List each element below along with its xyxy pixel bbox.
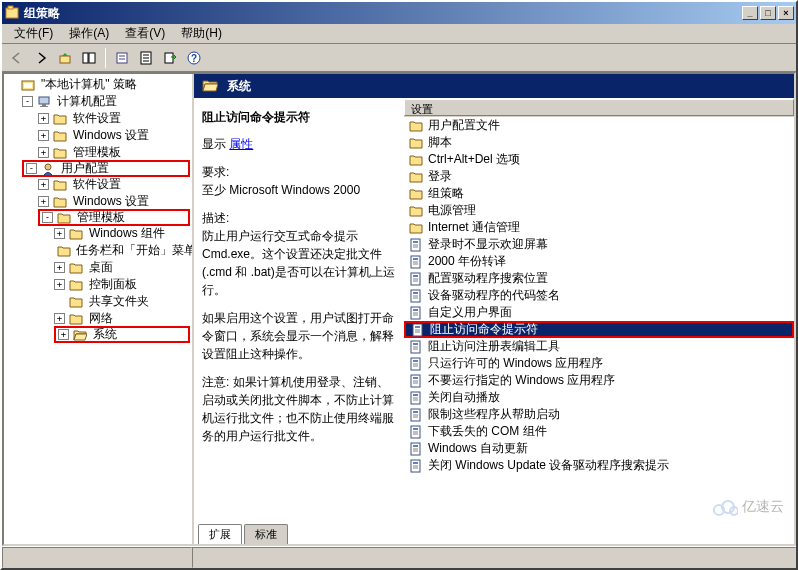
- list-item[interactable]: 关闭 Windows Update 设备驱动程序搜索提示: [404, 457, 794, 474]
- list-item[interactable]: 组策略: [404, 185, 794, 202]
- details-title: 系统: [227, 78, 251, 95]
- tab-standard[interactable]: 标准: [244, 524, 288, 544]
- tree-item[interactable]: +Windows 组件: [54, 225, 190, 242]
- tree-item[interactable]: 任务栏和「开始」菜单: [54, 242, 190, 259]
- help-button[interactable]: ?: [183, 47, 205, 69]
- tree-system[interactable]: +系统: [54, 326, 190, 343]
- tree-item[interactable]: +Windows 设置: [38, 193, 190, 210]
- list-item[interactable]: 登录: [404, 168, 794, 185]
- description-pane: 阻止访问命令提示符 显示 属性 要求: 至少 Microsoft Windows…: [194, 99, 404, 522]
- list-item[interactable]: 不要运行指定的 Windows 应用程序: [404, 372, 794, 389]
- expand-icon[interactable]: +: [54, 313, 65, 324]
- requirement-value: 至少 Microsoft Windows 2000: [202, 181, 396, 199]
- properties-button[interactable]: [111, 47, 133, 69]
- up-level-button[interactable]: [54, 47, 76, 69]
- setting-icon: [408, 357, 424, 371]
- list-item[interactable]: 阻止访问注册表编辑工具: [404, 338, 794, 355]
- tree-user-config[interactable]: - 用户配置: [22, 160, 190, 177]
- collapse-icon[interactable]: -: [22, 96, 33, 107]
- tree-item[interactable]: +管理模板: [38, 144, 190, 161]
- expand-icon[interactable]: +: [38, 196, 49, 207]
- column-settings[interactable]: 设置: [404, 99, 794, 116]
- maximize-button[interactable]: □: [760, 6, 776, 20]
- menu-help[interactable]: 帮助(H): [173, 23, 230, 44]
- menu-view[interactable]: 查看(V): [117, 23, 173, 44]
- tree-item[interactable]: +软件设置: [38, 176, 190, 193]
- forward-button[interactable]: [30, 47, 52, 69]
- collapse-icon[interactable]: -: [42, 212, 53, 223]
- list-item[interactable]: 电源管理: [404, 202, 794, 219]
- display-label: 显示: [202, 137, 226, 151]
- list-item[interactable]: 关闭自动播放: [404, 389, 794, 406]
- details-header: 系统: [194, 74, 794, 98]
- export-list-button[interactable]: [159, 47, 181, 69]
- folder-icon: [52, 112, 68, 126]
- list-item[interactable]: 配置驱动程序搜索位置: [404, 270, 794, 287]
- tab-extended[interactable]: 扩展: [198, 524, 242, 544]
- back-button[interactable]: [6, 47, 28, 69]
- list-item[interactable]: 只运行许可的 Windows 应用程序: [404, 355, 794, 372]
- list-item[interactable]: 用户配置文件: [404, 117, 794, 134]
- list-item[interactable]: 脚本: [404, 134, 794, 151]
- list-item[interactable]: Internet 通信管理: [404, 219, 794, 236]
- expand-icon[interactable]: +: [38, 113, 49, 124]
- note-body: 注意: 如果计算机使用登录、注销、启动或关闭批文件脚本，不防止计算机运行批文件；…: [202, 373, 396, 445]
- menu-action[interactable]: 操作(A): [61, 23, 117, 44]
- expand-icon[interactable]: +: [54, 228, 65, 239]
- console-tree[interactable]: "本地计算机" 策略 - 计算机配置 +软件设置: [4, 74, 194, 544]
- tree-item[interactable]: +网络: [54, 310, 190, 327]
- details-pane: 系统 阻止访问命令提示符 显示 属性 要求: 至少 Microsoft Wind…: [194, 74, 794, 544]
- setting-icon: [408, 442, 424, 456]
- list-body[interactable]: 用户配置文件脚本Ctrl+Alt+Del 选项登录组策略电源管理Internet…: [404, 117, 794, 522]
- tree-admin-templates[interactable]: -管理模板: [38, 209, 190, 226]
- properties-link[interactable]: 属性: [229, 137, 253, 151]
- collapse-icon[interactable]: -: [26, 163, 37, 174]
- status-right: [192, 547, 796, 568]
- tree-item[interactable]: +控制面板: [54, 276, 190, 293]
- show-hide-tree-button[interactable]: [78, 47, 100, 69]
- expand-icon[interactable]: +: [54, 279, 65, 290]
- statusbar: [2, 546, 796, 568]
- tree-item[interactable]: +Windows 设置: [38, 127, 190, 144]
- setting-icon: [408, 272, 424, 286]
- menubar: 文件(F) 操作(A) 查看(V) 帮助(H): [2, 24, 796, 44]
- svg-rect-58: [413, 394, 418, 396]
- list-item[interactable]: 设备驱动程序的代码签名: [404, 287, 794, 304]
- svg-rect-54: [413, 377, 418, 379]
- list-header[interactable]: 设置: [404, 99, 794, 117]
- expand-icon[interactable]: +: [54, 262, 65, 273]
- toolbar: ?: [2, 44, 796, 72]
- tree-root[interactable]: "本地计算机" 策略: [6, 76, 190, 93]
- folder-icon: [52, 195, 68, 209]
- titlebar[interactable]: 组策略 _ □ ×: [2, 2, 796, 24]
- list-item[interactable]: 自定义用户界面: [404, 304, 794, 321]
- list-item[interactable]: 2000 年份转译: [404, 253, 794, 270]
- setting-icon: [408, 425, 424, 439]
- close-button[interactable]: ×: [778, 6, 794, 20]
- tree-computer-config[interactable]: - 计算机配置: [22, 93, 190, 110]
- tree-item[interactable]: +桌面: [54, 259, 190, 276]
- expand-icon[interactable]: +: [38, 179, 49, 190]
- svg-rect-66: [413, 428, 418, 430]
- svg-rect-62: [413, 411, 418, 413]
- minimize-button[interactable]: _: [742, 6, 758, 20]
- list-item[interactable]: Windows 自动更新: [404, 440, 794, 457]
- window-title: 组策略: [24, 5, 742, 22]
- list-item[interactable]: 下载丢失的 COM 组件: [404, 423, 794, 440]
- list-item[interactable]: Ctrl+Alt+Del 选项: [404, 151, 794, 168]
- list-item[interactable]: 阻止访问命令提示符: [404, 321, 794, 338]
- list-item-label: 登录时不显示欢迎屏幕: [428, 236, 548, 253]
- expand-icon[interactable]: +: [38, 147, 49, 158]
- refresh-button[interactable]: [135, 47, 157, 69]
- menu-file[interactable]: 文件(F): [6, 23, 61, 44]
- list-item[interactable]: 登录时不显示欢迎屏幕: [404, 236, 794, 253]
- desc-body: 防止用户运行交互式命令提示 Cmd.exe。这个设置还决定批文件 (.cmd 和…: [202, 227, 396, 299]
- list-item-label: Windows 自动更新: [428, 440, 528, 457]
- tree-item[interactable]: +软件设置: [38, 110, 190, 127]
- expand-icon[interactable]: +: [38, 130, 49, 141]
- list-item[interactable]: 限制这些程序从帮助启动: [404, 406, 794, 423]
- expand-icon[interactable]: +: [58, 329, 69, 340]
- setting-name: 阻止访问命令提示符: [202, 109, 396, 126]
- tree-item[interactable]: 共享文件夹: [54, 293, 190, 310]
- list-item-label: 电源管理: [428, 202, 476, 219]
